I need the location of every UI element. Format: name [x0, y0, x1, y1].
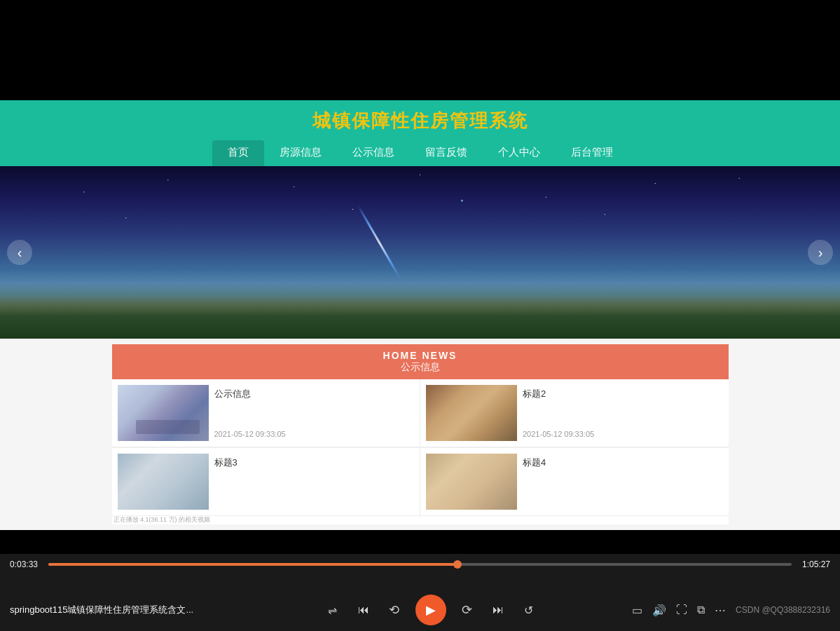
total-time: 1:05:27	[799, 559, 830, 569]
screen-button[interactable]: ▭	[632, 604, 642, 617]
news-card-4[interactable]: 标题4	[420, 448, 729, 516]
video-title: springboot115城镇保障性住房管理系统含文...	[10, 604, 276, 616]
news-thumb-2	[426, 385, 517, 441]
carousel-prev-button[interactable]: ‹	[7, 240, 32, 265]
news-title-4: 标题4	[523, 456, 717, 469]
volume-button[interactable]: 🔊	[652, 604, 666, 617]
news-header-top: HOME NEWS	[112, 350, 729, 361]
site-header: 城镇保障性住房管理系统 首页 房源信息 公示信息 留言反馈 个人中心 后台管理	[0, 100, 840, 166]
progress-bar-fill	[48, 563, 457, 566]
progress-section: 0:03:33 1:05:27	[0, 559, 840, 569]
loop-button[interactable]: ↺	[519, 600, 539, 620]
news-thumb-img-3	[118, 454, 209, 510]
volume-icon: 🔊	[652, 604, 666, 617]
screen-icon: ▭	[632, 604, 642, 617]
current-time: 0:03:33	[10, 559, 41, 569]
news-thumb-3	[118, 454, 209, 510]
skip-forward-icon: ⏭	[493, 604, 504, 616]
ctrl-buttons: ⇌ ⏮ ⟲ ▶ ⟳ ⏭ ↺	[323, 595, 539, 625]
rewind-icon: ⟲	[389, 602, 399, 618]
shuffle-icon: ⇌	[328, 604, 337, 617]
news-thumb-4	[426, 454, 517, 510]
prev-button[interactable]: ⏮	[354, 600, 373, 620]
news-content-1: 公示信息 2021-05-12 09:33:05	[209, 385, 415, 441]
pip-icon: ⧉	[697, 604, 705, 616]
site-title: 城镇保障性住房管理系统	[0, 109, 840, 140]
news-content-2: 标题2 2021-05-12 09:33:05	[517, 385, 723, 441]
nav-item-feedback[interactable]: 留言反馈	[410, 140, 483, 166]
news-date-1: 2021-05-12 09:33:05	[214, 430, 286, 438]
top-black-bar	[0, 0, 840, 100]
news-content-3: 标题3	[209, 454, 415, 510]
progress-bar[interactable]	[48, 563, 792, 566]
nav-item-admin[interactable]: 后台管理	[556, 140, 628, 166]
nav-item-home[interactable]: 首页	[212, 140, 264, 166]
news-section: HOME NEWS 公示信息 公示信息 2021-05-12 09:33:05	[112, 344, 729, 524]
controls-section: springboot115城镇保障性住房管理系统含文... ⇌ ⏮ ⟲ ▶ ⟳ …	[0, 592, 840, 631]
watermark-text: 正在播放 4.1(36.11 万) 的相关视频	[113, 515, 211, 524]
news-thumb-img-4	[426, 454, 517, 510]
forward-button[interactable]: ⟳	[457, 600, 477, 620]
news-thumb-img-1	[118, 385, 209, 441]
forward-icon: ⟳	[462, 602, 472, 618]
carousel-background	[0, 166, 840, 339]
skip-back-icon: ⏮	[358, 604, 369, 616]
news-grid: 公示信息 2021-05-12 09:33:05 标题2 2021-05-12 …	[112, 379, 729, 516]
news-card-2[interactable]: 标题2 2021-05-12 09:33:05	[420, 379, 729, 447]
bottom-watermark: 正在播放 4.1(36.11 万) 的相关视频	[112, 516, 729, 524]
rewind-button[interactable]: ⟲	[385, 600, 404, 620]
nav-bar: 首页 房源信息 公示信息 留言反馈 个人中心 后台管理	[0, 140, 840, 166]
news-header-bottom: 公示信息	[112, 361, 729, 374]
news-title-1: 公示信息	[214, 388, 409, 400]
csdn-watermark: CSDN @QQ3888232316	[736, 605, 830, 615]
mountain-overlay	[0, 283, 840, 339]
loop-icon: ↺	[524, 604, 533, 617]
chevron-left-icon: ‹	[18, 245, 22, 261]
next-button[interactable]: ⏭	[488, 600, 508, 620]
news-content-4: 标题4	[517, 454, 723, 510]
more-button[interactable]: ⋯	[715, 604, 726, 617]
news-thumb-1	[118, 385, 209, 441]
nav-item-publicity[interactable]: 公示信息	[337, 140, 410, 166]
play-button[interactable]: ▶	[415, 595, 446, 625]
news-thumb-img-2	[426, 385, 517, 441]
right-controls: ▭ 🔊 ⛶ ⧉ ⋯ CSDN @QQ3888232316	[632, 604, 830, 617]
play-icon: ▶	[426, 602, 436, 618]
carousel: ‹ ›	[0, 166, 840, 339]
news-title-3: 标题3	[214, 456, 409, 469]
shuffle-button[interactable]: ⇌	[323, 600, 343, 620]
fullscreen-icon: ⛶	[676, 604, 687, 616]
chevron-right-icon: ›	[818, 245, 823, 261]
more-icon: ⋯	[715, 604, 726, 617]
nav-item-housing[interactable]: 房源信息	[264, 140, 337, 166]
progress-handle[interactable]	[453, 560, 462, 569]
news-date-2: 2021-05-12 09:33:05	[523, 430, 594, 438]
fullscreen-button[interactable]: ⛶	[676, 604, 687, 616]
news-card-1[interactable]: 公示信息 2021-05-12 09:33:05	[112, 379, 420, 447]
news-card-3[interactable]: 标题3	[112, 448, 420, 516]
carousel-next-button[interactable]: ›	[808, 240, 833, 265]
nav-item-profile[interactable]: 个人中心	[483, 140, 556, 166]
news-header: HOME NEWS 公示信息	[112, 344, 729, 379]
news-title-2: 标题2	[523, 388, 717, 400]
video-player: 0:03:33 1:05:27 springboot115城镇保障性住房管理系统…	[0, 554, 840, 631]
pip-button[interactable]: ⧉	[697, 604, 705, 616]
